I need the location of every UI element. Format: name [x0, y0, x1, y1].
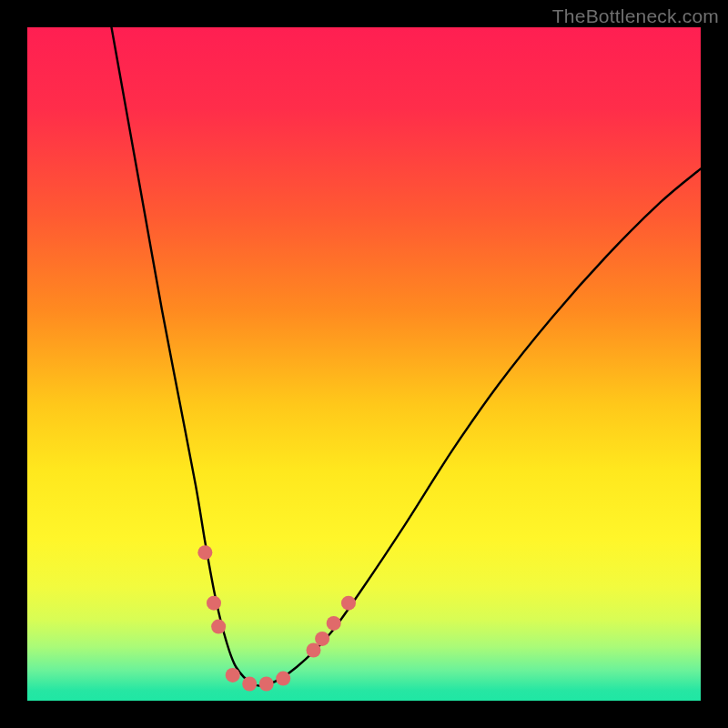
watermark-label: TheBottleneck.com	[552, 5, 719, 27]
curve-markers	[197, 545, 356, 691]
plot-area	[27, 27, 701, 701]
data-point-marker	[207, 596, 221, 611]
bottleneck-curve	[112, 27, 702, 686]
data-point-marker	[315, 632, 329, 646]
data-point-marker	[211, 620, 226, 634]
data-point-marker	[327, 616, 341, 631]
data-point-marker	[307, 643, 321, 658]
chart-frame: TheBottleneck.com	[0, 0, 728, 728]
data-point-marker	[242, 677, 257, 692]
data-point-marker	[276, 672, 290, 686]
data-point-marker	[197, 545, 212, 560]
curve-layer	[27, 27, 701, 701]
data-point-marker	[341, 596, 356, 611]
data-point-marker	[226, 668, 240, 682]
data-point-marker	[259, 677, 274, 692]
